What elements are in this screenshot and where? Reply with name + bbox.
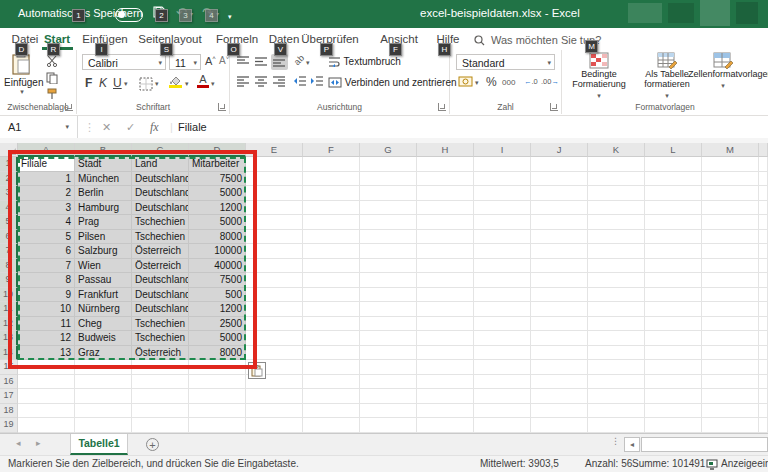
cell-styles-button[interactable]: Zellenformatvorlagen ▾ bbox=[688, 52, 758, 90]
italic-button[interactable]: K bbox=[99, 76, 107, 90]
row-header-18[interactable]: 18 bbox=[0, 404, 18, 419]
cell[interactable] bbox=[474, 288, 531, 303]
cell[interactable] bbox=[246, 186, 303, 201]
cell[interactable] bbox=[759, 346, 768, 361]
cell[interactable] bbox=[303, 288, 360, 303]
cell[interactable] bbox=[759, 201, 768, 216]
cell-A9[interactable]: 8 bbox=[18, 273, 75, 288]
cell-B13[interactable]: Budweis bbox=[75, 331, 132, 346]
cell-C12[interactable]: Tschechien bbox=[132, 317, 189, 332]
font-color-icon[interactable]: A bbox=[197, 74, 209, 88]
cell-D8[interactable]: 40000 bbox=[189, 259, 246, 274]
cell-A8[interactable]: 7 bbox=[18, 259, 75, 274]
cell[interactable] bbox=[474, 230, 531, 245]
cell[interactable] bbox=[588, 288, 645, 303]
cell[interactable] bbox=[474, 317, 531, 332]
cell[interactable] bbox=[588, 244, 645, 259]
cell[interactable] bbox=[588, 346, 645, 361]
cell[interactable] bbox=[132, 404, 189, 419]
cell[interactable] bbox=[18, 404, 75, 419]
cell[interactable] bbox=[474, 360, 531, 375]
number-format-select[interactable]: Standard▾ bbox=[456, 54, 555, 70]
clipboard-dialog-launcher-icon[interactable] bbox=[65, 103, 73, 111]
conditional-formatting-button[interactable]: Bedingte Formatierung ▾ bbox=[564, 52, 634, 100]
cell[interactable] bbox=[702, 157, 759, 172]
cell[interactable] bbox=[417, 288, 474, 303]
sheet-nav-left-icon[interactable]: ◂ bbox=[16, 438, 21, 448]
cell[interactable] bbox=[759, 230, 768, 245]
row-header-17[interactable]: 17 bbox=[0, 389, 18, 404]
cell[interactable] bbox=[702, 331, 759, 346]
cell[interactable] bbox=[531, 418, 588, 433]
cell-D6[interactable]: 8000 bbox=[189, 230, 246, 245]
cell[interactable] bbox=[702, 244, 759, 259]
cell[interactable] bbox=[246, 230, 303, 245]
cell[interactable] bbox=[246, 201, 303, 216]
cell[interactable] bbox=[417, 215, 474, 230]
cell-D14[interactable]: 8000 bbox=[189, 346, 246, 361]
cell[interactable] bbox=[246, 157, 303, 172]
font-size-select[interactable]: 11▾ bbox=[169, 54, 201, 70]
cell-D3[interactable]: 5000 bbox=[189, 186, 246, 201]
cell[interactable] bbox=[474, 244, 531, 259]
merge-center-button[interactable]: Verbinden und zentrieren ▾ bbox=[328, 77, 463, 88]
cell[interactable] bbox=[417, 186, 474, 201]
accounting-format-icon[interactable] bbox=[458, 76, 473, 87]
cell[interactable] bbox=[588, 375, 645, 390]
column-header-J[interactable]: J bbox=[531, 143, 588, 157]
row-header-13[interactable]: 13 bbox=[0, 331, 18, 346]
cell[interactable] bbox=[246, 172, 303, 187]
cell[interactable] bbox=[360, 418, 417, 433]
cell[interactable] bbox=[759, 157, 768, 172]
cell[interactable] bbox=[303, 157, 360, 172]
cell[interactable] bbox=[303, 172, 360, 187]
cell-C9[interactable]: Deutschland bbox=[132, 273, 189, 288]
cell-C1[interactable]: Land bbox=[132, 157, 189, 172]
cell-D12[interactable]: 2500 bbox=[189, 317, 246, 332]
cell[interactable] bbox=[132, 375, 189, 390]
cell[interactable] bbox=[645, 418, 702, 433]
cell[interactable] bbox=[531, 302, 588, 317]
hscroll-track[interactable] bbox=[641, 437, 768, 452]
fill-color-icon[interactable] bbox=[169, 75, 183, 88]
cell[interactable] bbox=[75, 375, 132, 390]
cell-C4[interactable]: Deutschland bbox=[132, 201, 189, 216]
cell[interactable] bbox=[246, 273, 303, 288]
cell[interactable] bbox=[474, 375, 531, 390]
cell[interactable] bbox=[645, 389, 702, 404]
cell[interactable] bbox=[303, 244, 360, 259]
cell[interactable] bbox=[759, 418, 768, 433]
column-header-D[interactable]: D bbox=[189, 143, 246, 157]
cell[interactable] bbox=[417, 259, 474, 274]
cell[interactable] bbox=[702, 404, 759, 419]
row-header-7[interactable]: 7 bbox=[0, 244, 18, 259]
cell[interactable] bbox=[474, 331, 531, 346]
row-header-6[interactable]: 6 bbox=[0, 230, 18, 245]
cell[interactable] bbox=[303, 375, 360, 390]
align-right-icon[interactable] bbox=[271, 74, 288, 90]
cell[interactable] bbox=[759, 259, 768, 274]
cell[interactable] bbox=[702, 346, 759, 361]
cell-C8[interactable]: Österreich bbox=[132, 259, 189, 274]
cell[interactable] bbox=[303, 404, 360, 419]
column-header-I[interactable]: I bbox=[474, 143, 531, 157]
sheet-nav-right-icon[interactable]: ▸ bbox=[36, 438, 41, 448]
cell-D7[interactable]: 10000 bbox=[189, 244, 246, 259]
cell[interactable] bbox=[531, 259, 588, 274]
row-header-10[interactable]: 10 bbox=[0, 288, 18, 303]
cell[interactable] bbox=[702, 172, 759, 187]
comma-style-button[interactable]: 000 bbox=[502, 78, 515, 87]
decrease-decimal-icon[interactable]: .00→ bbox=[541, 77, 559, 86]
cell-B14[interactable]: Graz bbox=[75, 346, 132, 361]
cell[interactable] bbox=[18, 375, 75, 390]
cut-icon[interactable] bbox=[46, 55, 58, 67]
cell[interactable] bbox=[759, 288, 768, 303]
cell[interactable] bbox=[531, 201, 588, 216]
cell[interactable] bbox=[588, 186, 645, 201]
cell[interactable] bbox=[645, 404, 702, 419]
cell[interactable] bbox=[474, 346, 531, 361]
cell[interactable] bbox=[132, 360, 189, 375]
formula-content[interactable]: Filiale bbox=[178, 116, 207, 138]
select-all-corner[interactable] bbox=[0, 143, 18, 157]
cell[interactable] bbox=[360, 186, 417, 201]
